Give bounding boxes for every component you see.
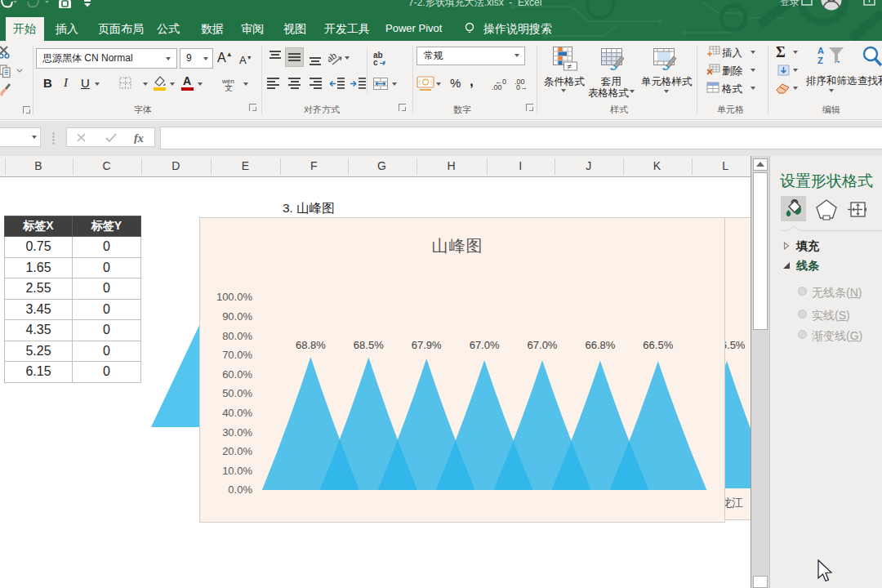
svg-text:fx: fx [134, 132, 144, 144]
svg-text:文: 文 [225, 83, 233, 91]
svg-text:0→: 0→ [516, 83, 528, 91]
svg-text:ab: ab [328, 51, 338, 65]
svg-text:A: A [817, 46, 824, 56]
svg-text:.00: .00 [492, 83, 502, 91]
svg-text:≠: ≠ [568, 62, 572, 71]
svg-text:Z: Z [817, 56, 823, 65]
svg-text:c: c [373, 58, 378, 66]
